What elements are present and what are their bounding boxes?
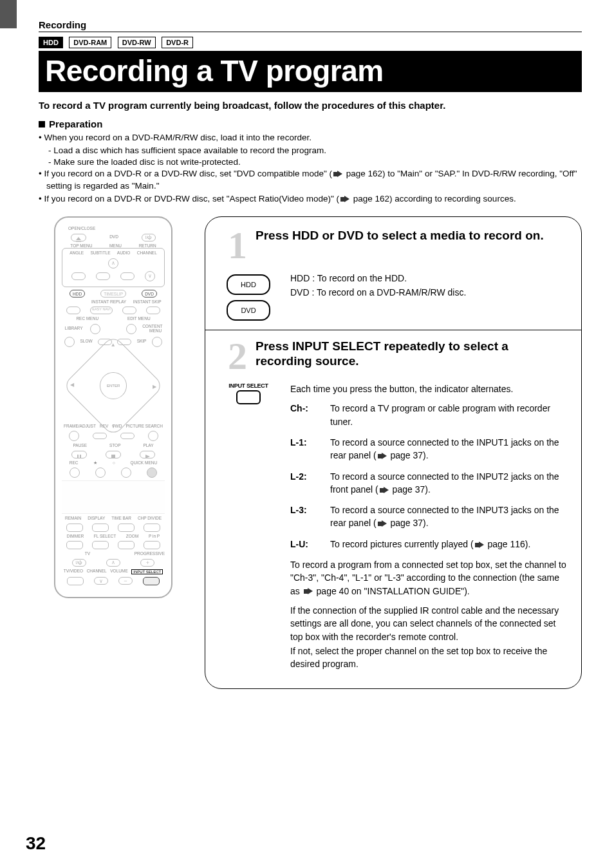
remote-label-menu: MENU (109, 244, 122, 249)
remote-input-select-button (143, 577, 160, 585)
remote-down-icon: ∨ (145, 271, 155, 281)
remote-tvvideo-button (67, 577, 84, 585)
step-2-intro: Each time you press the button, the indi… (290, 382, 567, 395)
remote-label-input-select: INPUT SELECT (131, 569, 163, 574)
remote-rev-button (93, 433, 107, 439)
step-separator (205, 330, 581, 330)
step-2-number: 2 (219, 339, 256, 371)
remote-subtitle-button (96, 272, 110, 280)
page-tab-edge (0, 0, 17, 28)
remote-label-return: RETURN (139, 244, 156, 249)
step-2-header: 2 Press INPUT SELECT repeatedly to selec… (219, 339, 567, 371)
remote-label-volume: VOLUME (110, 569, 127, 574)
lead-text: To record a TV program currently being b… (39, 100, 582, 111)
page-title: Recording a TV program (39, 51, 582, 92)
input-select-caption: INPUT SELECT (228, 382, 268, 389)
remote-nav-pad: ENTER ▲ ▶ ◀ ▼ (62, 334, 164, 436)
remote-remain-button (66, 524, 83, 532)
def-ch-text: To record a TV program or cable program … (330, 402, 567, 428)
steps-panel: 1 Press HDD or DVD to select a media to … (205, 216, 582, 689)
remote-dimmer-button (66, 541, 83, 549)
remote-zoom-button (118, 541, 135, 549)
remote-rec-button (70, 467, 80, 478)
remote-label-dimmer: DIMMER (67, 534, 84, 539)
remote-hdd-button: HDD (70, 290, 85, 297)
remote-label-chp-divide: CHP DIVIDE (138, 516, 162, 521)
remote-label-audio: AUDIO (117, 251, 131, 256)
remote-pause-button (71, 451, 87, 458)
remote-group-angle: ANGLE SUBTITLE AUDIO CHANNEL ∧ ∨ (62, 248, 165, 287)
step-1-dvd-desc: DVD : To record on a DVD-RAM/R/RW disc. (290, 286, 567, 299)
def-lu-text: To record pictures currently played ( pa… (330, 538, 567, 551)
remote-up-icon: ∧ (108, 258, 118, 269)
remote-power-button: I/⏻ (142, 234, 156, 241)
step-2-note2: If the connection of the supplied IR con… (290, 604, 567, 643)
remote-body-gap (62, 480, 165, 514)
remote-timebar-button (118, 524, 135, 532)
remote-label-tvvideo: TV/VIDEO (64, 569, 83, 574)
link-icon (378, 453, 387, 460)
media-badges: HDD DVD-RAM DVD-RW DVD-R (39, 36, 582, 48)
link-icon (475, 542, 484, 549)
link-icon (304, 588, 313, 595)
remote-audio-button (120, 272, 135, 280)
badge-dvd-ram: DVD-RAM (69, 37, 111, 48)
section-heading: Recording (39, 19, 582, 32)
def-l2: L-2: To record a source connected to the… (290, 470, 567, 496)
remote-label-skip: SKIP (137, 339, 147, 344)
remote-label-rec: REC (70, 461, 79, 466)
svg-rect-3 (80, 455, 81, 458)
remote-label-play: PLAY (143, 444, 153, 448)
remote-label-top-menu: TOP MENU (70, 244, 92, 249)
remote-label-pause: PAUSE (73, 444, 87, 448)
svg-rect-1 (76, 241, 81, 242)
def-l2-text: To record a source connected to the INPU… (330, 470, 567, 496)
remote-eject-button (71, 234, 86, 241)
remote-voldown-button: − (118, 577, 133, 585)
step-1-header: 1 Press HDD or DVD to select a media to … (219, 229, 567, 260)
remote-pinp-button (144, 541, 160, 549)
step-2-note1: To record a program from a connected set… (290, 558, 567, 598)
def-lu: L-U: To record pictures currently played… (290, 538, 567, 551)
remote-label-content-menu: CONTENT MENU (142, 325, 162, 333)
remote-flselect-button (92, 541, 109, 549)
remote-label-time-bar: TIME BAR (111, 516, 131, 521)
remote-dvd-button: DVD (142, 290, 157, 297)
remote-easy-navi-button: EASY NAVI (90, 307, 113, 314)
remote-skip-button (152, 337, 162, 347)
remote-tv-chdown-button: ∨ (94, 577, 108, 585)
remote-volup-button: + (140, 559, 154, 567)
term-lu: L-U: (290, 538, 330, 551)
step-2-body: INPUT SELECT Each time you press the but… (219, 382, 567, 677)
remote-label-progressive: PROGRESSIVE (113, 552, 165, 556)
remote-label-fl-select: FL SELECT (94, 534, 116, 539)
remote-star-button (95, 467, 106, 478)
step-1-body: HDD DVD HDD : To record on the HDD. DVD … (219, 272, 567, 323)
term-l2: L-2: (290, 470, 330, 496)
remote-label-openclose: OPEN/CLOSE (62, 227, 165, 231)
remote-label-channel2: CHANNEL (87, 569, 107, 574)
page-number: 32 (26, 833, 46, 854)
link-icon (378, 520, 387, 527)
remote-label-library: LIBRARY (65, 326, 84, 331)
remote-label-dvd-group: DVD (104, 235, 124, 240)
remote-stop-button (106, 451, 121, 458)
svg-rect-2 (77, 455, 79, 458)
remote-angle-button (71, 272, 86, 280)
prep-sub-1b: - Make sure the loaded disc is not write… (39, 156, 582, 168)
remote-pic-search-button (148, 431, 158, 441)
remote-timeslip-button: TIMESLIP (100, 290, 126, 297)
dvd-key-icon: DVD (227, 300, 270, 321)
step-2-note3: If not, select the proper channel on the… (290, 645, 567, 671)
remote-label-pinp: P in P (149, 534, 160, 539)
remote-library-button (90, 324, 100, 334)
remote-label-frame-adjust: FRAME/ADJUST (64, 424, 96, 429)
remote-label-rec-menu: REC MENU (76, 317, 98, 321)
remote-instant-skip-button (146, 307, 160, 314)
remote-enter-button: ENTER (94, 366, 132, 404)
def-l1: L-1: To record a source connected to the… (290, 436, 567, 462)
remote-label-edit-menu: EDIT MENU (127, 317, 151, 321)
remote-label-quick-menu: QUICK MENU (131, 461, 158, 466)
svg-rect-4 (111, 455, 115, 458)
link-icon (380, 487, 389, 494)
